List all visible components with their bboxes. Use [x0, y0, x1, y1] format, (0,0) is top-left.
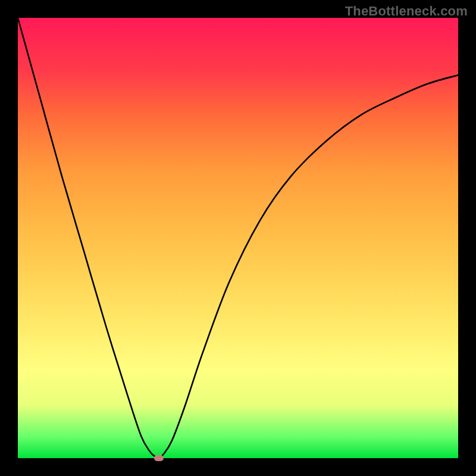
watermark-label: TheBottleneck.com: [345, 4, 468, 19]
minimum-marker: [154, 455, 164, 461]
chart-frame: TheBottleneck.com: [0, 0, 476, 476]
plot-area: [18, 18, 458, 458]
bottleneck-curve: [18, 18, 458, 458]
